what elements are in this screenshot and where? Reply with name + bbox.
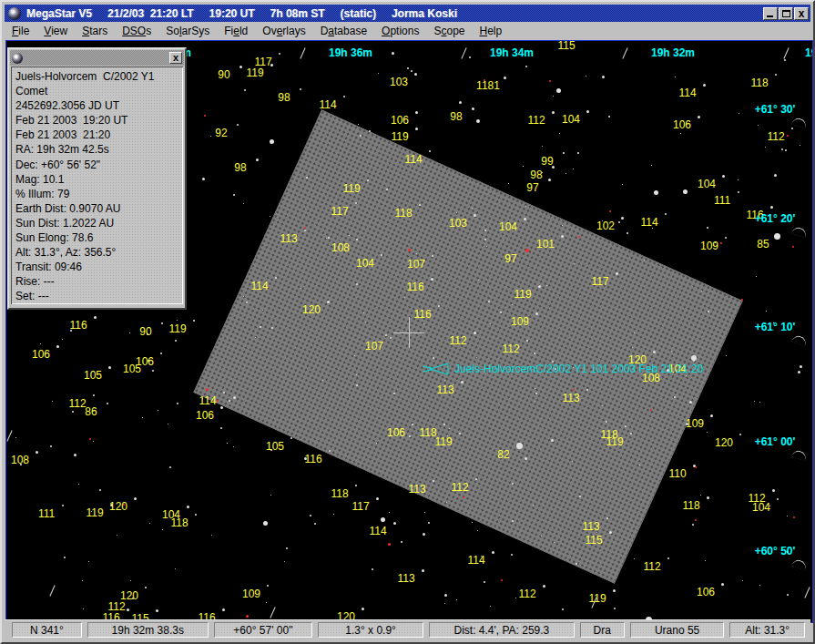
- star: [177, 320, 178, 321]
- star: [490, 606, 491, 607]
- panel-line: Earth Dist: 0.9070 AU: [15, 201, 178, 216]
- menu-item-field[interactable]: Field: [217, 23, 255, 39]
- star: [266, 602, 267, 603]
- menu-item-database[interactable]: Database: [313, 23, 374, 39]
- star: [565, 173, 566, 174]
- star: [304, 230, 306, 231]
- comet-info-panel: x Juels-Holvorcem C/2002 Y1Comet2452692.…: [7, 47, 187, 310]
- star: [62, 339, 63, 340]
- star: [675, 77, 676, 77]
- star: [774, 174, 777, 177]
- star: [766, 311, 767, 312]
- star: [127, 608, 129, 611]
- star: [381, 254, 382, 256]
- star-magnitude-label: 82: [497, 448, 509, 461]
- panel-close-button[interactable]: x: [169, 52, 182, 64]
- title-segment: 19:20 UT: [209, 7, 255, 20]
- star: [613, 589, 616, 592]
- star-magnitude-label: 103: [390, 76, 408, 88]
- menu-item-view[interactable]: View: [36, 23, 75, 39]
- star: [576, 563, 577, 565]
- star: [474, 332, 476, 334]
- star: [671, 351, 672, 352]
- menu-item-options[interactable]: Options: [374, 23, 426, 39]
- star: [99, 489, 101, 491]
- star: [74, 454, 76, 456]
- variable-star: [578, 236, 580, 238]
- star: [175, 568, 176, 569]
- star: [586, 110, 589, 113]
- star: [93, 394, 95, 396]
- star: [526, 340, 528, 342]
- star: [393, 522, 396, 525]
- star-magnitude-label: 113: [436, 383, 453, 396]
- fov-rectangle[interactable]: [193, 109, 742, 583]
- star: [233, 194, 235, 196]
- star-magnitude-label: 118: [170, 516, 188, 529]
- star: [800, 145, 800, 146]
- app-icon: [8, 7, 21, 20]
- star: [301, 288, 301, 289]
- star: [83, 608, 84, 609]
- star: [707, 227, 708, 229]
- title-segments: MegaStar V521/2/03 21:20 LT19:20 UT7h 08…: [26, 7, 473, 20]
- star: [800, 365, 802, 368]
- star: [220, 406, 223, 409]
- star: [770, 206, 773, 209]
- star: [512, 304, 513, 305]
- star: [355, 202, 357, 204]
- panel-line: Alt: 31.3°, Az: 356.5°: [15, 245, 178, 260]
- star: [692, 524, 694, 526]
- star-magnitude-label: 104: [698, 178, 716, 190]
- star: [538, 285, 541, 288]
- minimize-button[interactable]: [763, 7, 778, 20]
- star: [459, 101, 462, 104]
- menu-item-stars[interactable]: Stars: [75, 23, 115, 39]
- star: [275, 277, 277, 279]
- dec-grid-tick: [791, 117, 808, 129]
- star-magnitude-label: 116: [304, 453, 321, 465]
- star-magnitude-label: 120: [302, 303, 321, 316]
- star-magnitude-label: 118: [682, 499, 699, 512]
- star: [156, 609, 158, 612]
- star-magnitude-label: 119: [86, 506, 103, 519]
- star: [270, 495, 271, 496]
- star-magnitude-label: 120: [715, 436, 733, 449]
- menu-item-solarsys[interactable]: SolarSys: [158, 23, 217, 39]
- star: [478, 280, 479, 281]
- menu-item-help[interactable]: Help: [472, 23, 509, 39]
- dec-grid-label: +61° 10': [755, 321, 796, 333]
- star: [168, 424, 168, 424]
- maximize-button[interactable]: [779, 7, 793, 20]
- star: [52, 401, 53, 402]
- star: [759, 585, 760, 586]
- status-cell-2: +60° 57' 00": [214, 622, 312, 638]
- star: [284, 561, 285, 562]
- star: [88, 561, 89, 562]
- menu-item-scope[interactable]: Scope: [426, 23, 472, 39]
- star: [130, 580, 131, 581]
- star: [358, 124, 359, 125]
- grid-tick: [300, 47, 305, 58]
- menu-item-dsos[interactable]: DSOs: [115, 23, 158, 39]
- panel-title-bar[interactable]: x: [10, 50, 184, 66]
- star: [327, 301, 330, 303]
- menu-item-file[interactable]: File: [5, 23, 36, 39]
- variable-star: [650, 409, 652, 411]
- star-magnitude-label: 90: [139, 325, 151, 338]
- variable-star: [695, 466, 697, 468]
- title-segment: MegaStar V5: [26, 7, 92, 20]
- menu-item-overlays[interactable]: Overlays: [255, 23, 312, 39]
- star: [343, 96, 345, 97]
- star-magnitude-label: 106: [673, 118, 691, 131]
- comet-label: Juels-HolvorcemC/2002 Y1 101 2003 Feb 21…: [454, 363, 703, 375]
- close-button[interactable]: x: [794, 7, 809, 20]
- star: [423, 323, 424, 324]
- star: [422, 569, 424, 572]
- star-magnitude-label: 112: [451, 481, 468, 494]
- star: [419, 204, 421, 206]
- star-magnitude-label: 109: [686, 417, 704, 430]
- star-magnitude-label: 117: [351, 500, 369, 513]
- star-magnitude-label: 117: [591, 275, 608, 288]
- status-bar: N 341°19h 32m 38.3s+60° 57' 00"1.3° x 0.…: [5, 619, 810, 639]
